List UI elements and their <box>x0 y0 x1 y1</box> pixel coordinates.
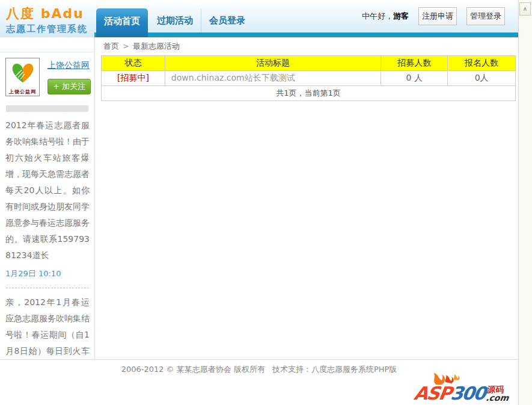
heart-hands-icon <box>9 60 37 88</box>
scroll-up-button[interactable]: ∧ <box>519 2 531 16</box>
nav-underline-bar <box>94 32 518 37</box>
admin-login-button[interactable]: 管理登录 <box>466 7 505 25</box>
copyright-text: 2006-2012 © 某某志愿者协会 版权所有 <box>121 365 265 374</box>
asp-cn-label: 源码 <box>486 385 504 394</box>
sidebar-post-2-text: 亲，2012年1月春运应急志愿服务吹响集结号啦！春运期间（自1月8日始）每日到火… <box>5 297 90 359</box>
greeting-prefix: 中午好， <box>362 11 393 20</box>
header: 八度 bAdu 志愿工作管理系统 中午好，游客 注册申请 管理登录 活动首页 过… <box>0 0 518 37</box>
asp300-logo-badge[interactable]: ASP300 源码 .com <box>414 374 528 404</box>
brand-title: 八度 bAdu <box>6 5 96 23</box>
follow-button[interactable]: + 加关注 <box>47 79 91 94</box>
greeting-username: 游客 <box>393 11 409 20</box>
page: 八度 bAdu 志愿工作管理系统 中午好，游客 注册申请 管理登录 活动首页 过… <box>0 0 532 405</box>
asp-suffix: 源码 .com <box>485 385 510 403</box>
column-header-title: 活动标题 <box>165 56 381 71</box>
tab-member-login[interactable]: 会员登录 <box>201 8 253 32</box>
activity-status: [招募中] <box>102 71 165 86</box>
activity-recruit-count: 0 人 <box>381 71 448 86</box>
chevron-up-icon: ∧ <box>523 5 527 12</box>
site-name-link[interactable]: 上饶公益网 <box>47 60 91 71</box>
breadcrumb-separator: > <box>123 42 129 51</box>
pagination-status: 共1页，当前第1页 <box>102 86 516 101</box>
activity-signup-count: 0人 <box>448 71 516 86</box>
sidebar-divider-line <box>94 37 95 359</box>
sidebar: 上饶公益网 上饶公益网 + 加关注 2012年春运志愿者服务吹响集结号啦！由于初… <box>0 52 94 359</box>
asp-number: 300 <box>450 385 486 403</box>
breadcrumb-home-link[interactable]: 首页 <box>103 42 119 51</box>
brand-logo: 八度 bAdu 志愿工作管理系统 <box>6 5 96 35</box>
support-text: 技术支持：八度志愿服务系统PHP版 <box>272 365 397 374</box>
column-header-status: 状态 <box>102 56 165 71</box>
asp-word: ASP <box>413 385 452 403</box>
tab-activity-home[interactable]: 活动首页 <box>96 8 148 37</box>
sidebar-post-1-date: 1月29日 10:10 <box>5 268 90 279</box>
column-header-recruit-count: 招募人数 <box>381 56 448 71</box>
sidebar-section-bar <box>6 105 88 112</box>
site-logo-caption: 上饶公益网 <box>9 88 36 95</box>
sidebar-post-2: 亲，2012年1月春运应急志愿服务吹响集结号啦！春运期间（自1月8日始）每日到火… <box>5 294 90 359</box>
footer-divider <box>0 359 518 360</box>
activity-title-link[interactable]: down.chinaz.com站长下载测试 <box>165 71 381 86</box>
breadcrumb: 首页>最新志愿活动 <box>103 39 180 54</box>
asp300-logo-text: ASP300 源码 .com <box>413 385 510 403</box>
pagination-row: 共1页，当前第1页 <box>102 86 516 101</box>
activity-table: 状态 活动标题 招募人数 报名人数 [招募中] down.chinaz.com站… <box>101 55 516 101</box>
column-header-signup-count: 报名人数 <box>448 56 516 71</box>
register-button[interactable]: 注册申请 <box>418 7 457 25</box>
table-header-row: 状态 活动标题 招募人数 报名人数 <box>102 56 516 71</box>
sidebar-site-header: 上饶公益网 上饶公益网 + 加关注 <box>5 58 90 96</box>
plus-icon: + <box>53 82 60 91</box>
greeting-text: 中午好，游客 <box>362 11 409 22</box>
sidebar-dashed-divider <box>6 288 89 288</box>
sidebar-site-actions: 上饶公益网 + 加关注 <box>47 58 91 96</box>
site-logo-image: 上饶公益网 <box>5 58 40 96</box>
tab-expired-activities[interactable]: 过期活动 <box>149 8 201 32</box>
sidebar-post-1: 2012年春运志愿者服务吹响集结号啦！由于初六始火车站旅客爆增，现每天急需志愿者… <box>5 117 90 264</box>
brand-subtitle: 志愿工作管理系统 <box>6 23 96 35</box>
breadcrumb-current: 最新志愿活动 <box>133 42 180 51</box>
table-row: [招募中] down.chinaz.com站长下载测试 0 人 0人 <box>102 71 516 86</box>
header-user-area: 中午好，游客 注册申请 管理登录 <box>362 7 512 26</box>
follow-button-label: 加关注 <box>60 82 85 91</box>
scrollbar-track[interactable]: ∧ <box>518 0 532 405</box>
asp-com-label: .com <box>485 394 509 403</box>
